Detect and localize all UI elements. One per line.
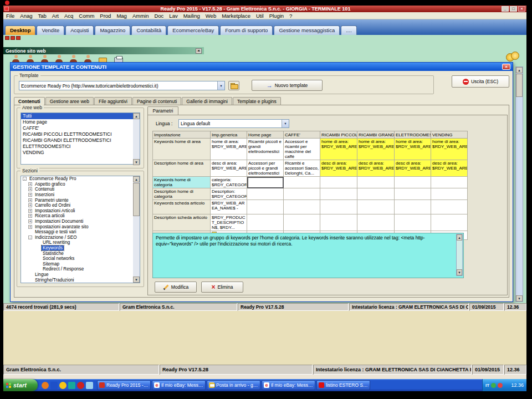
table-cell[interactable]: desc di area: $RDY_WEB_AREA_...: [211, 160, 247, 177]
table-cell[interactable]: [284, 214, 320, 231]
scroll-down-icon[interactable]: [457, 269, 462, 275]
table-cell[interactable]: [395, 200, 431, 214]
main-tab[interactable]: Contabilità: [131, 25, 166, 35]
table-cell[interactable]: [284, 188, 320, 200]
menu-item[interactable]: Util: [253, 13, 267, 19]
list-item[interactable]: Tutti: [21, 113, 140, 119]
table-cell[interactable]: [395, 188, 431, 200]
chevron-down-icon[interactable]: [217, 81, 224, 90]
main-tab[interactable]: Desktop: [5, 25, 35, 35]
dialog-tab[interactable]: Template e plugins: [233, 97, 281, 105]
vertical-scrollbar[interactable]: [133, 176, 140, 283]
menu-item[interactable]: Mailing: [181, 13, 203, 19]
tree-item[interactable]: Stringhe/Traduzioni: [21, 277, 140, 283]
menu-item[interactable]: Anag: [17, 13, 35, 19]
table-cell[interactable]: home di area: $RDY_WEB_AREA_...: [357, 139, 395, 160]
chevron-down-icon[interactable]: [282, 120, 289, 127]
table-cell[interactable]: Description home di area: [153, 160, 211, 177]
table-cell[interactable]: categoria: $RDY_CATEGORY_...: [211, 177, 247, 188]
tree-item[interactable]: URL rewriting: [21, 240, 140, 245]
table-cell[interactable]: [357, 177, 395, 188]
folder-button[interactable]: [228, 81, 239, 90]
tree-toggle-icon[interactable]: -: [23, 177, 27, 181]
tree-item[interactable]: + Impostazioni Documenti: [21, 219, 140, 224]
tree-toggle-icon[interactable]: [36, 241, 40, 244]
menu-item[interactable]: Ammin: [130, 13, 152, 19]
network-icon[interactable]: [491, 383, 496, 388]
toolbar-icon[interactable]: [16, 36, 21, 40]
table-cell[interactable]: [284, 200, 320, 214]
tree-toggle-icon[interactable]: +: [28, 209, 32, 213]
tree-toggle-icon[interactable]: +: [28, 219, 32, 223]
table-cell[interactable]: [395, 214, 431, 231]
table-cell[interactable]: home di area: $RDY_WEB_AREA_...: [320, 139, 357, 160]
tree-toggle-icon[interactable]: [36, 262, 40, 266]
scroll-up-icon[interactable]: [133, 176, 140, 182]
template-select[interactable]: Ecommerce Ready Pro (http://www.tuttoric…: [19, 81, 225, 90]
list-item[interactable]: RICAMBI PICCOLI ELETTRODOMESTICI: [21, 131, 140, 137]
tree-toggle-icon[interactable]: [28, 273, 32, 277]
tree-item[interactable]: Statistiche: [21, 250, 140, 256]
tree-toggle-icon[interactable]: [36, 246, 40, 250]
tab-parametri[interactable]: Parametri: [147, 106, 178, 115]
site-window-titlebar[interactable]: Gestione sito web: [3, 47, 204, 54]
table-cell[interactable]: Description: $RDY_CATEGORY_...: [211, 188, 247, 200]
lingua-select[interactable]: Lingua default: [178, 119, 289, 128]
tree-toggle-icon[interactable]: +: [28, 182, 32, 186]
table-cell[interactable]: [247, 188, 284, 200]
table-cell[interactable]: home di area: $RDY_WEB_AREA_...: [431, 139, 468, 160]
menu-item[interactable]: File: [3, 13, 17, 19]
quicklaunch-icon[interactable]: [77, 382, 84, 389]
tree-toggle-icon[interactable]: +: [28, 214, 32, 218]
table-cell[interactable]: home di area: $RDY_WEB_AREA_...: [395, 139, 431, 160]
table-cell[interactable]: [431, 214, 468, 231]
table-cell[interactable]: Accessori e ricambi per macchine del caf…: [284, 139, 320, 160]
tree-item[interactable]: + Impostazioni Articoli: [21, 208, 140, 214]
quicklaunch-icon[interactable]: [86, 382, 93, 389]
tree-item[interactable]: + Carrello ed Ordini: [21, 203, 140, 208]
quicklaunch-icon[interactable]: [42, 382, 49, 389]
scroll-down-icon[interactable]: [133, 159, 140, 165]
quicklaunch-icon[interactable]: [68, 382, 75, 389]
main-tab[interactable]: ....: [341, 25, 357, 35]
table-cell[interactable]: desc di area: $RDY_WEB_AREA_...: [395, 160, 431, 177]
dialog-tab[interactable]: Pagine di contenuti: [132, 97, 181, 105]
list-item[interactable]: VENDING: [21, 150, 140, 156]
main-tab[interactable]: Acquisti: [65, 25, 94, 35]
toolbar-icon[interactable]: [5, 36, 9, 40]
tree-item[interactable]: Redirect / Response: [21, 267, 140, 272]
vertical-scrollbar[interactable]: [133, 113, 140, 165]
scroll-down-icon[interactable]: [133, 277, 140, 283]
maximize-icon[interactable]: [510, 6, 517, 12]
table-cell[interactable]: home di area: $RDY_WEB_AREA_...: [211, 139, 247, 160]
close-icon[interactable]: [196, 48, 202, 54]
menu-item[interactable]: Comm: [76, 13, 97, 19]
table-cell[interactable]: [247, 177, 284, 188]
menu-item[interactable]: Marketplace: [219, 13, 253, 19]
task-button[interactable]: Il mio eBay: Messaggi...: [262, 380, 315, 390]
task-button[interactable]: Posta in arrivo - gram...: [207, 380, 260, 390]
table-cell[interactable]: desc di area: $RDY_WEB_AREA_...: [431, 160, 468, 177]
list-item[interactable]: RICAMBI GRANDI ELETTRODOMESTICI: [21, 137, 140, 144]
tree-toggle-icon[interactable]: [36, 252, 40, 255]
table-cell[interactable]: [357, 200, 395, 214]
table-cell[interactable]: Keywords home di area: [153, 139, 211, 160]
dialog-tab[interactable]: Contenuti: [14, 97, 45, 105]
tree-toggle-icon[interactable]: [28, 278, 32, 282]
close-icon[interactable]: [502, 64, 510, 70]
scroll-up-icon[interactable]: [516, 67, 523, 73]
table-cell[interactable]: desc di area: $RDY_WEB_AREA_...: [320, 160, 357, 177]
list-item[interactable]: CAFFE': [21, 125, 140, 131]
table-cell[interactable]: [431, 177, 468, 188]
tree-toggle-icon[interactable]: +: [28, 193, 32, 197]
tree-item[interactable]: Messaggi e testi vari: [21, 229, 140, 235]
menu-item[interactable]: ?: [287, 13, 295, 19]
menu-item[interactable]: Tab: [35, 13, 49, 19]
main-tab[interactable]: Magazzino: [95, 25, 130, 35]
tree-toggle-icon[interactable]: [36, 257, 40, 260]
menu-item[interactable]: Doc: [151, 13, 166, 19]
nuovo-template-button[interactable]: Nuovo template: [252, 80, 323, 91]
tree-toggle-icon[interactable]: -: [28, 236, 32, 239]
menu-item[interactable]: Web: [203, 13, 219, 19]
coins-icon[interactable]: [505, 51, 520, 62]
